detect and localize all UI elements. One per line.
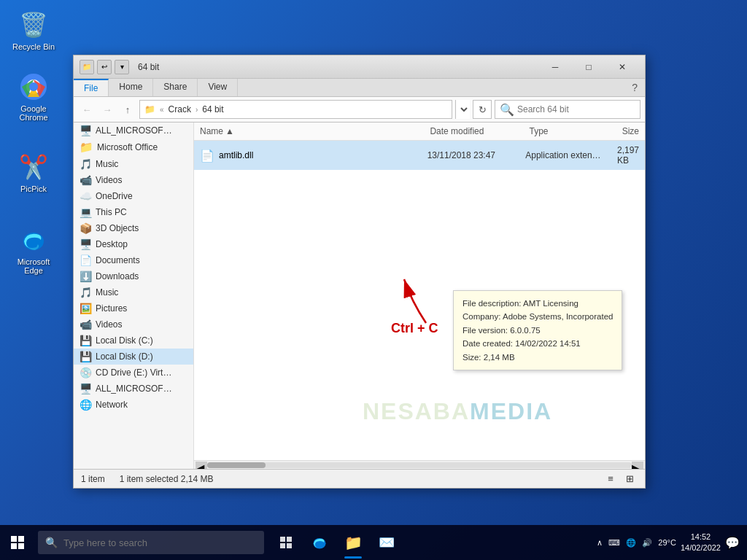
tab-share[interactable]: Share <box>153 79 198 96</box>
scroll-thumb[interactable] <box>207 462 266 468</box>
network-tray-icon[interactable]: 🌐 <box>626 538 636 548</box>
tooltip-date-created: Date created: 14/02/2022 14:51 <box>462 337 613 350</box>
minimize-button[interactable]: ─ <box>538 55 572 79</box>
edge-taskbar-app[interactable] <box>303 525 336 560</box>
sidebar-item-videos-pc[interactable]: 📹 Videos <box>74 316 193 332</box>
qat-btn-1[interactable]: 📁 <box>80 60 94 74</box>
mail-taskbar-app[interactable]: ✉️ <box>371 525 403 560</box>
sidebar-item-ms-office[interactable]: 📁 Microsoft Office <box>74 139 193 156</box>
videos-icon: 📹 <box>80 174 92 186</box>
system-tray: ∧ ⌨ 🌐 🔊 29°C <box>597 538 676 548</box>
svg-rect-8 <box>18 543 24 549</box>
svg-rect-6 <box>18 536 24 542</box>
sidebar-item-downloads[interactable]: ⬇️ Downloads <box>74 268 193 284</box>
sidebar-item-local-c[interactable]: 💾 Local Disk (C:) <box>74 332 193 349</box>
close-button[interactable]: ✕ <box>605 55 639 79</box>
start-button[interactable] <box>0 525 35 560</box>
path-icon: 📁 <box>144 104 155 114</box>
ms-edge-icon[interactable]: Microsoft Edge <box>7 222 60 278</box>
tab-view[interactable]: View <box>198 79 238 96</box>
clock: 14:52 <box>681 532 721 542</box>
local-d-icon: 💾 <box>80 351 92 362</box>
forward-button[interactable]: → <box>98 101 116 118</box>
view-controls: ≡ ⊞ <box>603 471 638 487</box>
back-button[interactable]: ← <box>78 101 96 118</box>
svg-rect-12 <box>287 543 292 548</box>
recycle-bin-image: 🗑️ <box>19 10 48 39</box>
sidebar-item-all-microsoft[interactable]: 🖥️ ALL_MICROSOF… <box>74 122 193 139</box>
this-pc-icon: 💻 <box>80 206 92 218</box>
breadcrumb-separator: « <box>160 106 164 114</box>
path-dropdown[interactable]: ▾ <box>455 100 470 119</box>
search-input[interactable] <box>517 104 635 114</box>
help-button[interactable]: ? <box>624 79 645 96</box>
sidebar-item-network[interactable]: 🌐 Network <box>74 397 193 413</box>
column-date[interactable]: Date modified <box>424 122 523 140</box>
sidebar-item-music[interactable]: 🎵 Music <box>74 156 193 172</box>
sidebar-item-this-pc[interactable]: 💻 This PC <box>74 204 193 220</box>
sidebar-label-ms-office: Microsoft Office <box>97 142 158 152</box>
sidebar-label-local-d: Local Disk (D:) <box>96 351 153 362</box>
explorer-taskbar-app[interactable]: 📁 <box>337 525 369 560</box>
maximize-button[interactable]: □ <box>572 55 605 79</box>
volume-icon[interactable]: 🔊 <box>642 538 652 548</box>
sidebar-item-videos[interactable]: 📹 Videos <box>74 172 193 188</box>
tab-home[interactable]: Home <box>109 79 153 96</box>
pictures-icon: 🖼️ <box>80 303 92 314</box>
scroll-right-btn[interactable]: ▶ <box>632 462 643 469</box>
refresh-button[interactable]: ↻ <box>473 100 492 119</box>
sidebar-item-3d-objects[interactable]: 📦 3D Objects <box>74 220 193 236</box>
up-button[interactable]: ↑ <box>119 101 136 118</box>
window-title: 64 bit <box>138 62 538 72</box>
file-size-cell: 2,197 KB <box>611 142 645 168</box>
horizontal-scrollbar[interactable]: ◀ ▶ <box>194 460 645 469</box>
sidebar-item-documents[interactable]: 📄 Documents <box>74 252 193 268</box>
sidebar-label-downloads: Downloads <box>96 271 139 281</box>
up-arrow-icon[interactable]: ∧ <box>597 538 603 548</box>
status-bar: 1 item 1 item selected 2,14 MB ≡ ⊞ <box>74 469 645 488</box>
content-area: Name ▲ Date modified Type Size 📄 <box>194 122 645 469</box>
svg-point-2 <box>29 82 38 91</box>
svg-rect-7 <box>11 543 17 549</box>
sidebar-label-cd-drive: CD Drive (E:) Virt… <box>96 368 171 378</box>
address-path[interactable]: 📁 « Crack › 64 bit <box>139 100 452 119</box>
tiles-view-button[interactable]: ⊞ <box>622 471 638 487</box>
tab-file[interactable]: File <box>74 79 109 96</box>
column-type[interactable]: Type <box>524 122 616 140</box>
sidebar-item-local-d[interactable]: 💾 Local Disk (D:) <box>74 349 193 365</box>
column-size[interactable]: Size <box>616 122 645 140</box>
qat-btn-2[interactable]: ↩ <box>97 60 112 74</box>
table-row[interactable]: 📄 amtlib.dll 13/11/2018 23:47 Applicatio… <box>194 141 645 170</box>
path-crack: Crack <box>169 104 191 114</box>
google-chrome-icon[interactable]: Google Chrome <box>7 69 60 125</box>
sidebar-item-desktop[interactable]: 🖥️ Desktop <box>74 236 193 252</box>
taskbar-search-bar[interactable]: 🔍 <box>38 531 264 554</box>
sidebar-label-pictures: Pictures <box>96 303 127 314</box>
ms-office-icon: 📁 <box>80 141 93 154</box>
task-view-button[interactable] <box>270 525 302 560</box>
tooltip-company: Company: Adobe Systems, Incorporated <box>462 310 613 323</box>
sidebar-item-pictures[interactable]: 🖼️ Pictures <box>74 300 193 316</box>
sidebar-label-music-pc: Music <box>96 287 118 298</box>
sidebar-label-onedrive: OneDrive <box>96 191 133 201</box>
path-breadcrumb: 📁 « Crack › 64 bit <box>144 104 224 114</box>
file-type-cell: Application exten… <box>519 147 611 163</box>
column-name[interactable]: Name ▲ <box>194 122 424 140</box>
sidebar-item-onedrive[interactable]: ☁️ OneDrive <box>74 188 193 204</box>
scroll-left-btn[interactable]: ◀ <box>196 462 207 469</box>
sidebar-item-all-microsoft-2[interactable]: 🖥️ ALL_MICROSOF… <box>74 381 193 397</box>
taskbar-search-icon: 🔍 <box>45 537 58 548</box>
file-name-label: amtlib.dll <box>219 150 253 160</box>
scroll-track[interactable] <box>207 462 632 468</box>
sidebar-label-desktop: Desktop <box>96 239 128 249</box>
sidebar-item-cd-drive[interactable]: 💿 CD Drive (E:) Virt… <box>74 365 193 381</box>
sidebar-label-network: Network <box>96 400 128 410</box>
notification-icon[interactable]: 💬 <box>725 536 740 550</box>
taskbar-search-input[interactable] <box>63 537 257 548</box>
recycle-bin-icon[interactable]: 🗑️ Recycle Bin <box>7 7 60 54</box>
picpick-icon[interactable]: ✂️ PicPick <box>7 149 60 196</box>
sidebar-item-music-pc[interactable]: 🎵 Music <box>74 284 193 300</box>
details-view-button[interactable]: ≡ <box>603 471 619 487</box>
qat-btn-3[interactable]: ▾ <box>115 60 129 74</box>
svg-rect-9 <box>280 537 285 542</box>
